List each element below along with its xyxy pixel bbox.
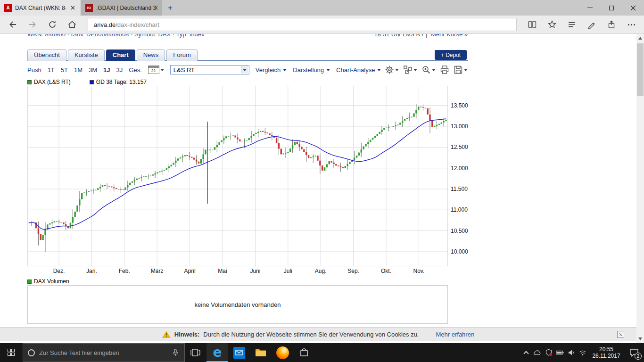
push-link[interactable]: Push: [27, 66, 41, 74]
print-button[interactable]: [440, 65, 449, 74]
calendar-button[interactable]: 21: [148, 66, 164, 74]
hub-icon[interactable]: [563, 17, 581, 32]
range-button-5t[interactable]: 5T: [61, 66, 68, 74]
range-button-ges[interactable]: Ges.: [129, 66, 141, 74]
menu-label: Darstellung: [293, 66, 324, 74]
reading-list-icon[interactable]: [523, 17, 541, 32]
blue-app-tile: [233, 347, 245, 359]
modules-button[interactable]: [403, 65, 417, 74]
chevron-down-icon: [432, 69, 436, 71]
volume-icon[interactable]: [566, 343, 577, 362]
feed-select[interactable]: L&S RT: [170, 65, 249, 74]
more-quotes-link[interactable]: Mehr Kurse »: [431, 34, 468, 38]
scroll-down-button[interactable]: [638, 337, 642, 340]
range-button-3m[interactable]: 3M: [89, 66, 97, 74]
range-button-3j[interactable]: 3J: [116, 66, 123, 74]
menu-label: Chart-Analyse: [336, 66, 375, 74]
close-window-button[interactable]: [622, 0, 644, 16]
svg-text:April: April: [184, 268, 196, 274]
scroll-up-button[interactable]: [638, 37, 642, 40]
close-tab-icon[interactable]: [69, 4, 76, 12]
svg-text:10.000: 10.000: [451, 248, 468, 255]
file-explorer-icon[interactable]: [250, 343, 272, 362]
svg-text:Jan.: Jan.: [86, 268, 97, 274]
mail-app-icon[interactable]: [228, 343, 250, 362]
taskbar: e: [0, 343, 644, 362]
taskbar-clock[interactable]: 20:55 26.11.2017: [588, 343, 624, 362]
browser-tab-bar: A DAX Chart (WKN: 84690 IG .GDAXI | Deut…: [0, 0, 644, 16]
task-view-button[interactable]: [185, 343, 206, 362]
vergleich-menu[interactable]: Vergleich: [256, 66, 287, 74]
save-icon: [454, 65, 463, 74]
browser-toolbar: ariva.de/dax-index/chart: [0, 16, 644, 34]
range-button-1j[interactable]: 1J: [103, 66, 110, 74]
onedrive-icon[interactable]: [532, 343, 543, 362]
more-menu-icon[interactable]: [622, 17, 640, 32]
darstellung-menu[interactable]: Darstellung: [293, 66, 330, 74]
tab-kursliste[interactable]: Kursliste: [68, 49, 105, 61]
svg-text:März: März: [151, 268, 164, 274]
chart-toolbar: Push 1T 5T 1M 3M 1J 3J Ges. 21 L&S RT Ve…: [27, 64, 468, 76]
svg-text:Nov.: Nov.: [413, 268, 425, 274]
tab-chart[interactable]: Chart: [106, 49, 135, 61]
legend-color-swatch: [90, 80, 94, 84]
legend-gd38: GD 38 Tage: 13.157: [90, 79, 147, 85]
tray-expand-button[interactable]: [520, 343, 532, 362]
back-button[interactable]: [4, 17, 22, 32]
store-icon[interactable]: [293, 343, 315, 362]
web-note-pen-icon[interactable]: [583, 17, 601, 32]
legend-color-swatch: [27, 80, 32, 84]
favorites-star-icon[interactable]: [543, 17, 561, 32]
chart-analyse-menu[interactable]: Chart-Analyse: [336, 66, 381, 74]
price-chart[interactable]: 10.00010.50011.00011.50012.00012.50013.0…: [27, 86, 468, 274]
tab-forum[interactable]: Forum: [166, 49, 198, 61]
legend-label: DAX (L&S RT): [34, 79, 71, 85]
chevron-down-icon: [160, 69, 164, 71]
tab-title: DAX Chart (WKN: 84690: [15, 5, 66, 11]
battery-icon[interactable]: [554, 343, 566, 362]
save-button[interactable]: [454, 65, 468, 74]
scrollbar-thumb[interactable]: [637, 43, 644, 96]
svg-text:Feb.: Feb.: [119, 268, 130, 274]
svg-text:Dez.: Dez.: [53, 268, 65, 274]
settings-gear-button[interactable]: [385, 65, 399, 74]
depot-button[interactable]: + Depot: [435, 50, 467, 60]
share-icon[interactable]: [603, 17, 620, 32]
edge-taskbar-icon[interactable]: e: [206, 343, 228, 362]
start-button[interactable]: [0, 343, 23, 362]
search-input[interactable]: [39, 349, 167, 356]
candlestick-chart-canvas[interactable]: 10.00010.50011.00011.50012.00012.50013.0…: [27, 86, 468, 274]
svg-text:Okt.: Okt.: [381, 268, 391, 274]
zoom-button[interactable]: [421, 65, 436, 74]
range-button-1t[interactable]: 1T: [48, 66, 55, 74]
windows-logo-icon: [8, 349, 16, 357]
tab-uebersicht[interactable]: Übersicht: [27, 49, 66, 61]
address-path: /dax-index/chart: [116, 21, 159, 28]
page-scrollbar[interactable]: [636, 34, 644, 343]
new-tab-button[interactable]: +: [162, 0, 178, 16]
network-icon[interactable]: [577, 343, 588, 362]
refresh-button[interactable]: [43, 17, 61, 32]
cookie-more-link[interactable]: Mehr erfahren: [436, 331, 474, 338]
cookie-close-button[interactable]: [617, 331, 624, 338]
printer-icon: [440, 65, 449, 74]
address-bar[interactable]: ariva.de/dax-index/chart: [88, 18, 517, 31]
browser-tab-gdaxi[interactable]: IG .GDAXI | Deutschland 30 Inc: [81, 0, 162, 16]
home-button[interactable]: [63, 17, 81, 32]
firefox-icon[interactable]: [272, 343, 293, 362]
action-center-button[interactable]: 2: [624, 343, 644, 362]
maximize-button[interactable]: [601, 0, 622, 16]
firefox-logo: [276, 346, 289, 359]
microphone-icon[interactable]: [171, 348, 180, 357]
svg-text:12.500: 12.500: [451, 144, 468, 150]
screen: A DAX Chart (WKN: 84690 IG .GDAXI | Deut…: [0, 0, 644, 362]
minimize-button[interactable]: [579, 0, 601, 16]
range-button-1m[interactable]: 1M: [74, 66, 83, 74]
tab-title: .GDAXI | Deutschland 30 Inc: [96, 5, 157, 11]
forward-button[interactable]: [24, 17, 41, 32]
browser-tab-dax[interactable]: A DAX Chart (WKN: 84690: [0, 0, 81, 16]
taskbar-search[interactable]: [23, 343, 185, 362]
svg-text:11.500: 11.500: [451, 186, 468, 192]
tab-news[interactable]: News: [137, 49, 165, 61]
defender-shield-icon[interactable]: [543, 343, 554, 362]
